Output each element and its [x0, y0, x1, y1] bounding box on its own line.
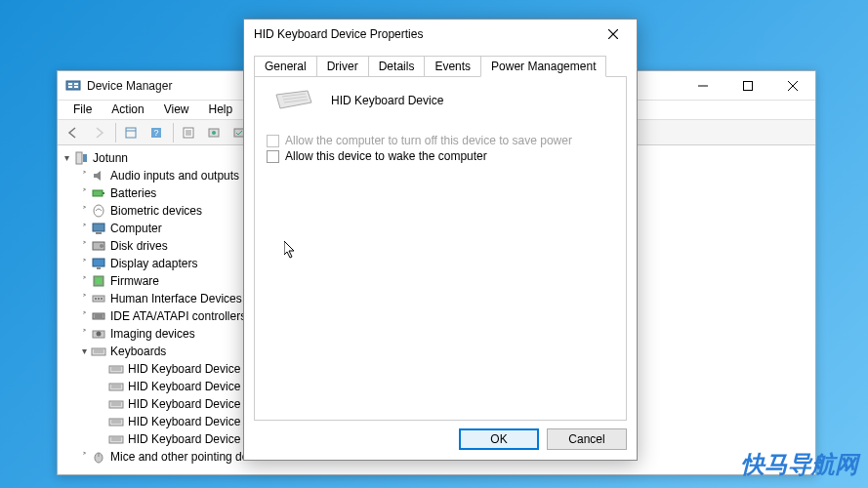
svg-point-29	[100, 244, 103, 248]
tree-category-label: Display adapters	[110, 255, 197, 272]
svg-rect-38	[93, 313, 104, 319]
expand-arrow-icon[interactable]: ˃	[77, 255, 91, 272]
expand-arrow-icon[interactable]: ˃	[77, 167, 91, 184]
tree-device-label: HID Keyboard Device	[128, 360, 240, 378]
expand-arrow-icon[interactable]: ˃	[77, 220, 91, 237]
minimize-button[interactable]	[681, 71, 725, 101]
power-management-panel: HID Keyboard Device Allow the computer t…	[254, 76, 627, 421]
menu-view[interactable]: View	[154, 101, 199, 119]
properties-titlebar[interactable]: HID Keyboard Device Properties	[244, 20, 637, 49]
svg-rect-23	[93, 190, 103, 196]
svg-point-18	[212, 131, 216, 135]
biometric-icon	[91, 203, 106, 219]
menu-file[interactable]: File	[63, 101, 102, 119]
audio-icon	[91, 168, 106, 183]
disk-icon	[91, 238, 106, 254]
svg-rect-0	[66, 81, 80, 90]
menu-action[interactable]: Action	[102, 101, 153, 119]
tab-general[interactable]: General	[254, 56, 317, 77]
keyboard-icon	[91, 344, 106, 359]
tree-category-label: IDE ATA/ATAPI controllers	[110, 307, 246, 325]
expand-arrow-icon[interactable]: ˃	[77, 184, 91, 202]
watermark-text: 快马导航网	[741, 449, 858, 480]
expand-arrow-icon[interactable]: ˃	[77, 237, 91, 255]
svg-rect-4	[74, 86, 78, 88]
cancel-button[interactable]: Cancel	[547, 428, 627, 450]
svg-point-37	[101, 298, 103, 300]
computer-icon	[73, 150, 89, 166]
option-turnoff-checkbox	[267, 135, 279, 147]
tree-root-label: Jotunn	[93, 149, 128, 167]
tree-category-label: Keyboards	[110, 343, 166, 360]
option-turnoff-row: Allow the computer to turn off this devi…	[267, 134, 614, 147]
svg-rect-27	[96, 232, 102, 234]
imaging-icon	[91, 326, 106, 342]
tree-category-label: Biometric devices	[110, 202, 202, 220]
expand-arrow-icon[interactable]: ˃	[77, 307, 91, 325]
properties-dialog: HID Keyboard Device Properties GeneralDr…	[243, 19, 638, 461]
toolbar-properties-icon[interactable]	[177, 122, 200, 143]
tree-device-label: HID Keyboard Device	[128, 395, 240, 413]
keyboard-icon	[108, 396, 124, 412]
toolbar-update-icon[interactable]	[202, 122, 226, 143]
maximize-button[interactable]	[725, 71, 770, 101]
tree-category-label: Batteries	[110, 184, 156, 202]
svg-rect-30	[93, 259, 104, 266]
tree-category-label: Disk drives	[110, 237, 168, 255]
svg-point-36	[98, 298, 100, 300]
toolbar-forward-icon[interactable]	[87, 122, 110, 143]
svg-rect-1	[68, 83, 72, 85]
keyboard-icon	[274, 89, 313, 112]
computer-icon	[91, 221, 106, 236]
tab-events[interactable]: Events	[424, 56, 481, 77]
svg-point-25	[94, 205, 103, 217]
mouse-icon	[91, 449, 106, 465]
tab-details[interactable]: Details	[368, 56, 426, 77]
expand-arrow-icon[interactable]: ˃	[77, 448, 91, 466]
option-turnoff-label: Allow the computer to turn off this devi…	[285, 134, 572, 147]
expand-arrow-icon[interactable]: ▾	[77, 343, 91, 360]
keyboard-icon	[108, 414, 124, 429]
tree-category-label: Audio inputs and outputs	[110, 167, 239, 184]
toolbar-help-icon[interactable]: ?	[145, 122, 168, 143]
option-wake-row[interactable]: Allow this device to wake the computer	[267, 149, 614, 163]
ok-button[interactable]: OK	[459, 428, 539, 450]
device-manager-app-icon	[65, 78, 81, 94]
properties-title: HID Keyboard Device Properties	[254, 27, 592, 41]
tab-power-management[interactable]: Power Management	[480, 56, 606, 77]
close-button[interactable]	[770, 71, 815, 101]
tree-category-label: Imaging devices	[110, 325, 195, 343]
svg-point-42	[97, 332, 102, 337]
firmware-icon	[91, 273, 106, 289]
toolbar-back-icon[interactable]	[62, 122, 85, 143]
svg-rect-26	[93, 224, 104, 231]
option-wake-checkbox[interactable]	[267, 150, 279, 163]
expand-arrow-icon[interactable]: ˃	[77, 272, 91, 290]
mouse-cursor-icon	[284, 241, 300, 264]
tree-device-label: HID Keyboard Device	[128, 378, 240, 395]
expand-arrow-icon[interactable]: ˃	[77, 202, 91, 220]
svg-rect-3	[74, 83, 78, 85]
menu-help[interactable]: Help	[199, 101, 243, 119]
tree-category-label: Computer	[110, 220, 162, 237]
expand-arrow-icon[interactable]: ▾	[60, 149, 73, 167]
svg-rect-2	[68, 86, 72, 88]
toolbar-view-icon[interactable]	[119, 122, 143, 143]
svg-rect-6	[744, 81, 753, 90]
expand-arrow-icon[interactable]: ˃	[77, 290, 91, 307]
tab-driver[interactable]: Driver	[316, 56, 369, 77]
keyboard-icon	[108, 431, 124, 447]
ide-icon	[91, 308, 106, 324]
svg-text:?: ?	[153, 128, 158, 138]
tree-category-label: Human Interface Devices	[110, 290, 242, 307]
properties-tabstrip: GeneralDriverDetailsEventsPower Manageme…	[254, 55, 627, 76]
expand-arrow-icon[interactable]: ˃	[77, 325, 91, 343]
properties-close-button[interactable]	[592, 20, 635, 48]
hid-icon	[91, 291, 106, 306]
battery-icon	[91, 185, 106, 201]
tree-device-label: HID Keyboard Device	[128, 430, 240, 448]
keyboard-icon	[108, 361, 124, 377]
svg-rect-9	[126, 128, 136, 138]
svg-rect-21	[83, 154, 87, 162]
tree-device-label: HID Keyboard Device	[128, 413, 240, 430]
